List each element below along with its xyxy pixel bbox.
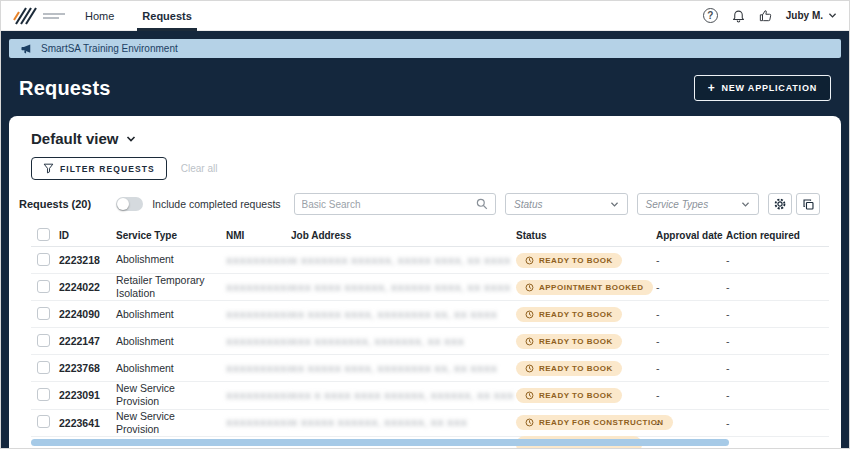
nav-item-home[interactable]: Home <box>85 1 114 31</box>
approval-date: - <box>656 254 726 266</box>
nmi-value: XXXXXXXXXX <box>226 390 291 401</box>
request-id[interactable]: 2222147 <box>59 335 116 347</box>
brand-logo-text <box>43 13 65 19</box>
col-header-nmi: NMI <box>226 230 291 241</box>
col-header-job-address: Job Address <box>291 230 516 241</box>
col-header-approval-date: Approval date <box>656 230 726 241</box>
request-id[interactable]: 2224022 <box>59 281 116 293</box>
chevron-down-icon <box>741 201 750 208</box>
clock-icon <box>525 418 534 427</box>
action-required: - <box>726 254 829 266</box>
help-icon[interactable]: ? <box>703 8 718 23</box>
row-checkbox[interactable] <box>37 388 50 401</box>
action-required: - <box>726 281 829 293</box>
include-completed-label: Include completed requests <box>152 198 280 210</box>
environment-banner-text: SmartSA Training Environment <box>41 43 178 54</box>
copy-icon <box>802 198 815 211</box>
approval-date: - <box>656 335 726 347</box>
filter-row: FILTER REQUESTS Clear all <box>9 147 841 180</box>
approval-date: - <box>656 308 726 320</box>
requests-table: ID Service Type NMI Job Address Status A… <box>9 224 841 437</box>
service-type: Abolishment <box>116 253 226 266</box>
plus-icon: + <box>708 84 716 92</box>
user-menu[interactable]: Juby M. <box>786 10 837 21</box>
brand-logo-icon <box>13 6 39 26</box>
table-row: 2224090 Abolishment XXXXXXXXXX XX XXXXX … <box>31 301 829 328</box>
job-address: X XXXXXXX XXXXXX, XXXXX XXXX, XX XXXX <box>291 255 516 266</box>
approval-date: - <box>656 362 726 374</box>
nmi-value: XXXXXXXXXX <box>226 336 291 347</box>
thumbs-up-icon[interactable] <box>759 9 773 23</box>
status-badge: READY TO BOOK <box>516 253 622 268</box>
job-address: XXX X XXXX XXXX XXXXXX, XXXXXX, XX XXX <box>291 390 516 401</box>
brand-logo[interactable] <box>13 6 65 26</box>
status-select-value: Status <box>514 199 542 210</box>
view-selector-label: Default view <box>31 130 119 147</box>
environment-banner: SmartSA Training Environment <box>9 39 841 58</box>
include-completed-toggle[interactable] <box>116 197 143 211</box>
controls-row: Requests (20) Include completed requests… <box>9 180 841 224</box>
basic-search <box>294 193 497 215</box>
chevron-down-icon <box>828 12 837 19</box>
request-id[interactable]: 2223641 <box>59 417 116 429</box>
top-nav: Home Requests ? Juby M. <box>1 1 849 31</box>
status-select[interactable]: Status <box>505 193 627 215</box>
gear-icon <box>773 197 787 211</box>
horizontal-scrollbar-thumb[interactable] <box>31 439 729 446</box>
clock-icon <box>525 310 534 319</box>
nav-item-requests[interactable]: Requests <box>142 1 192 31</box>
row-checkbox[interactable] <box>37 361 50 374</box>
chevron-down-icon <box>610 201 619 208</box>
table-row: 2222147 Abolishment XXXXXXXXXX XXX XXXXX… <box>31 328 829 355</box>
request-id[interactable]: 2223091 <box>59 389 116 401</box>
action-required: - <box>726 335 829 347</box>
table-row: 2223091 New Service Provision XXXXXXXXXX… <box>31 382 829 409</box>
clear-all-link[interactable]: Clear all <box>181 163 218 174</box>
service-types-select-value: Service Types <box>646 199 709 210</box>
status-badge: READY TO BOOK <box>516 388 622 403</box>
page-title: Requests <box>19 77 111 100</box>
status-badge: READY TO BOOK <box>516 307 622 322</box>
user-name: Juby M. <box>786 10 823 21</box>
action-required: - <box>726 362 829 374</box>
job-address: X XXXXX XXXXXX, XXXXXX, XX XXX <box>291 417 516 428</box>
action-required: - <box>726 417 829 429</box>
service-type: New Service Provision <box>116 382 226 408</box>
job-address: XX XXXXX XXXX, XXXXXXXX XX, XX XXXX <box>291 363 516 374</box>
status-badge: READY TO BOOK <box>516 334 622 349</box>
job-address: XXX XXXX XXXXXX, XXXXXX XXXX, XX XXXX <box>291 282 516 293</box>
select-all-checkbox[interactable] <box>37 228 50 241</box>
approval-date: - <box>656 417 726 429</box>
status-badge: READY TO BOOK <box>516 361 622 376</box>
request-id[interactable]: 2223218 <box>59 254 116 266</box>
row-checkbox[interactable] <box>37 307 50 320</box>
job-address: XX XXXXX XXXX, XXXXXXXX XX, XX XXXX <box>291 309 516 320</box>
job-address: XXX XXXXXXXX, XXXXXXX, XX XXX <box>291 336 516 347</box>
table-row: 2224022 Retailer Temporary Isolation XXX… <box>31 274 829 301</box>
filter-requests-button[interactable]: FILTER REQUESTS <box>31 157 167 180</box>
clock-icon <box>525 337 534 346</box>
table-header-row: ID Service Type NMI Job Address Status A… <box>31 224 829 247</box>
notifications-bell-icon[interactable] <box>731 8 746 23</box>
row-checkbox[interactable] <box>37 415 50 428</box>
request-id[interactable]: 2224090 <box>59 308 116 320</box>
clock-icon <box>525 283 534 292</box>
col-header-status: Status <box>516 230 656 241</box>
copy-view-button[interactable] <box>796 193 820 215</box>
action-required: - <box>726 308 829 320</box>
view-selector[interactable]: Default view <box>9 116 158 147</box>
settings-button[interactable] <box>768 193 792 215</box>
action-required: - <box>726 389 829 401</box>
col-header-action-required: Action required <box>726 230 829 241</box>
filter-funnel-icon <box>43 163 54 174</box>
nmi-value: XXXXXXXXXX <box>226 309 291 320</box>
row-checkbox[interactable] <box>37 334 50 347</box>
nmi-value: XXXXXXXXXX <box>226 282 291 293</box>
row-checkbox[interactable] <box>37 280 50 293</box>
nmi-value: XXXXXXXXXX <box>226 363 291 374</box>
new-application-button[interactable]: + NEW APPLICATION <box>694 75 831 101</box>
basic-search-input[interactable] <box>302 199 477 210</box>
row-checkbox[interactable] <box>37 253 50 266</box>
request-id[interactable]: 2223768 <box>59 362 116 374</box>
service-types-select[interactable]: Service Types <box>637 193 759 215</box>
